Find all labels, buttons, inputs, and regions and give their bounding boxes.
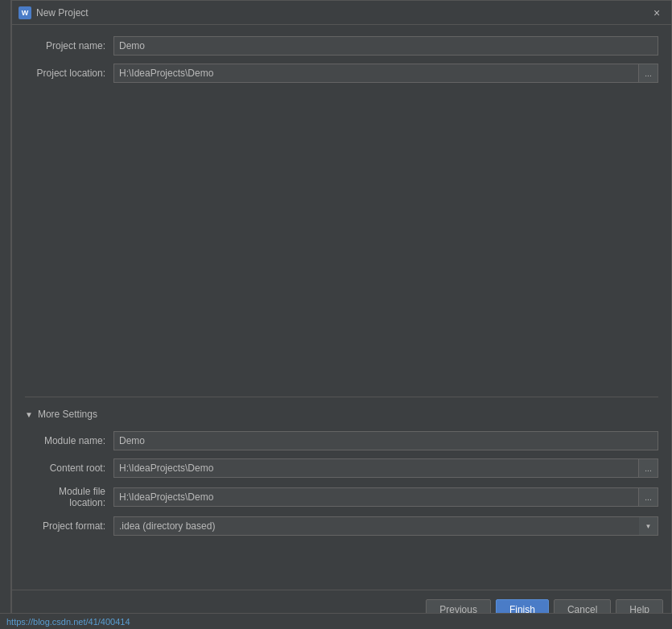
module-file-location-browse-button[interactable]: ... xyxy=(639,487,658,507)
module-file-location-input-wrapper: ... xyxy=(113,487,658,507)
module-file-location-input[interactable] xyxy=(113,487,639,507)
more-settings-arrow-icon: ▼ xyxy=(25,410,33,419)
project-location-label: Project location: xyxy=(25,68,113,79)
module-name-label: Module name: xyxy=(25,435,113,446)
project-name-row: Project name: xyxy=(25,36,658,56)
app-icon: W xyxy=(19,6,31,19)
status-url: https://blog.csdn.net/41/400414 xyxy=(6,617,130,627)
close-button[interactable]: × xyxy=(649,5,665,21)
title-bar: W New Project × xyxy=(12,1,671,25)
content-root-row: Content root: ... xyxy=(25,458,658,478)
project-name-label: Project name: xyxy=(25,40,113,51)
more-settings-header[interactable]: ▼ More Settings xyxy=(25,405,658,423)
project-location-input[interactable] xyxy=(113,64,639,83)
content-root-input-wrapper: ... xyxy=(113,458,658,478)
project-format-row: Project format: .idea (directory based) … xyxy=(25,516,658,536)
project-location-input-wrapper: ... xyxy=(113,64,658,83)
status-bar: https://blog.csdn.net/41/400414 xyxy=(0,613,672,629)
more-settings-label: More Settings xyxy=(38,409,97,420)
project-format-select-wrapper: .idea (directory based) Eclipse (.classp… xyxy=(113,516,658,536)
content-root-browse-button[interactable]: ... xyxy=(639,458,658,478)
left-sidebar-strip xyxy=(0,0,11,629)
dialog-title: New Project xyxy=(36,7,649,18)
dialog-content: Project name: Project location: ... ▼ Mo… xyxy=(12,25,671,590)
more-settings-section: ▼ More Settings Module name: Content roo… xyxy=(25,397,658,536)
module-name-row: Module name: xyxy=(25,431,658,450)
empty-area xyxy=(25,91,658,397)
project-name-input[interactable] xyxy=(113,36,658,56)
project-location-row: Project location: ... xyxy=(25,64,658,83)
project-name-input-wrapper xyxy=(113,36,658,56)
content-root-label: Content root: xyxy=(25,462,113,474)
content-root-input[interactable] xyxy=(113,458,639,478)
module-file-location-row: Module file location: ... xyxy=(25,486,658,508)
module-file-location-label: Module file location: xyxy=(25,486,113,508)
new-project-dialog: W New Project × Project name: Project lo… xyxy=(11,0,672,629)
module-name-input[interactable] xyxy=(113,431,658,450)
project-location-browse-button[interactable]: ... xyxy=(639,64,658,83)
project-format-select[interactable]: .idea (directory based) Eclipse (.classp… xyxy=(113,516,658,536)
project-format-label: Project format: xyxy=(25,520,113,532)
module-name-input-wrapper xyxy=(113,431,658,450)
